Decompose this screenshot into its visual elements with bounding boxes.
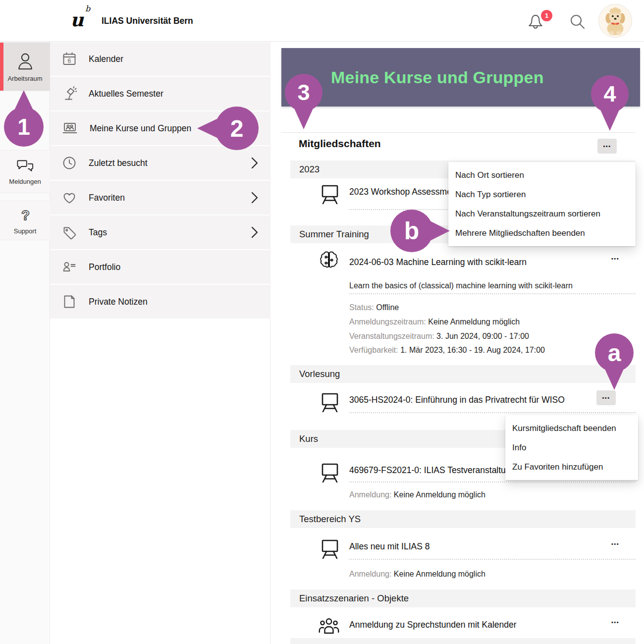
property-label: Anmeldung: — [349, 490, 391, 499]
menu-item-sort-by-type[interactable]: Nach Typ sortieren — [448, 185, 636, 204]
course-link[interactable]: Anmeldung zu Sprechstunden mit Kalender — [349, 617, 517, 632]
sidebar-item-aktuelles-semester[interactable]: Aktuelles Semester — [50, 77, 270, 110]
property-value: Keine Anmeldung möglich — [394, 570, 485, 578]
top-bar: u b ILIAS Universität Bern 1 — [0, 0, 644, 42]
ellipsis-icon: ••• — [602, 395, 610, 401]
menu-item-info[interactable]: Info — [505, 438, 638, 457]
group-header-testbereich: Testbereich YS — [290, 510, 636, 528]
sidebar-item-tags[interactable]: Tags — [50, 215, 270, 249]
property-label: Anmeldung: — [349, 570, 391, 578]
course-property: Veranstaltungszeitraum: 3. Jun 2024, 09:… — [349, 331, 529, 342]
course-property: Anmeldung: Keine Anmeldung möglich — [349, 489, 485, 500]
chat-bubbles-icon — [15, 158, 35, 175]
desk-lamp-icon — [62, 86, 77, 101]
marker-4-tail — [600, 110, 619, 131]
group-header-einsatzszenarien: Einsatzszenarien - Objekte — [290, 590, 636, 607]
group-header-vorlesung: Vorlesung — [290, 365, 636, 383]
people-group-icon — [318, 615, 340, 635]
ellipsis-icon: ••• — [603, 143, 611, 149]
chevron-right-icon — [251, 191, 259, 204]
tag-icon — [62, 225, 77, 240]
course-property: Anmeldungszeitraum: Keine Anmeldung mögl… — [349, 317, 520, 327]
row-separator — [349, 559, 636, 560]
menu-item-end-course-membership[interactable]: Kursmitgliedschaft beenden — [505, 419, 638, 438]
rail-item-label: Arbeitsraum — [7, 75, 42, 82]
rail-item-label: Meldungen — [9, 178, 41, 185]
group-header-partial — [290, 638, 636, 644]
annotation-marker-2: 2 — [215, 107, 259, 150]
course-link[interactable]: Alles neu mit ILIAS 8 — [349, 539, 429, 554]
item-actions-button[interactable]: ••• — [611, 256, 619, 262]
course-board-icon — [319, 537, 341, 560]
sidebar-item-private-notizen[interactable]: Private Notizen — [50, 285, 270, 319]
course-link[interactable]: 2023 Workshop Assessment — [349, 184, 459, 199]
sidebar-item-favoriten[interactable]: Favoriten — [50, 181, 270, 215]
chevron-right-icon — [251, 157, 259, 169]
marker-a-tail — [605, 369, 624, 390]
row-separator — [349, 412, 636, 413]
sidebar-item-label: Meine Kurse und Gruppen — [90, 123, 191, 134]
item-actions-button-open[interactable]: ••• — [596, 390, 616, 405]
course-property: Status: Offline — [349, 302, 399, 313]
user-avatar[interactable] — [598, 4, 632, 38]
page-banner: Meine Kurse und Gruppen — [281, 48, 640, 107]
sidebar-item-portfolio[interactable]: Portfolio — [50, 250, 270, 284]
university-logo: u — [70, 9, 84, 31]
annotation-marker-4: 4 — [591, 75, 629, 113]
sidebar-item-label: Zuletzt besucht — [89, 158, 148, 168]
course-property: Verfügbarkeit: 1. Mär 2023, 16:30 - 19. … — [349, 345, 545, 356]
question-mark-icon: ? — [19, 207, 32, 224]
course-actions-menu: Kursmitgliedschaft beenden Info Zu Favor… — [505, 415, 638, 480]
course-link[interactable]: 3065-HS2024-0: Einführung in das Privatr… — [349, 392, 565, 407]
marker-3-tail — [294, 108, 313, 129]
page: { "header": { "logo_u": "u", "logo_sup":… — [0, 0, 644, 644]
property-value: Keine Anmeldung möglich — [394, 490, 485, 499]
calendar-icon: 6 — [62, 52, 77, 66]
memberships-actions-button[interactable]: ••• — [597, 139, 617, 154]
item-actions-button[interactable]: ••• — [611, 541, 619, 547]
rail-item-label: Support — [14, 227, 37, 235]
person-icon — [16, 51, 35, 72]
heart-icon — [62, 190, 77, 205]
menu-item-sort-by-location[interactable]: Nach Ort sortieren — [448, 165, 636, 185]
main-content: Meine Kurse und Gruppen Mitgliedschaften… — [270, 42, 644, 644]
rail-item-support[interactable]: ? Support — [0, 201, 50, 240]
row-separator — [349, 482, 636, 483]
course-link[interactable]: 469679-FS2021-0: ILIAS Testveranstaltung — [349, 463, 515, 478]
rail-item-meldungen[interactable]: Meldungen — [0, 150, 50, 193]
notification-badge: 1 — [541, 10, 552, 21]
active-indicator-stripe — [0, 43, 3, 91]
row-separator — [349, 293, 636, 294]
item-actions-button[interactable]: ••• — [611, 619, 619, 625]
course-board-icon — [319, 182, 341, 205]
divider — [281, 132, 636, 133]
poodle-avatar-image — [599, 4, 632, 37]
page-title: Meine Kurse und Gruppen — [331, 48, 544, 107]
menu-item-end-multiple-memberships[interactable]: Mehrere Mitgliedschaften beenden — [448, 223, 636, 243]
app-title: ILIAS Universität Bern — [102, 0, 193, 42]
menu-item-add-to-favorites[interactable]: Zu Favoriten hinzufügen — [505, 457, 638, 477]
svg-text:?: ? — [21, 208, 30, 223]
property-label: Status: — [349, 303, 374, 312]
course-link[interactable]: 2024-06-03 Machine Learning with scikit-… — [349, 255, 527, 269]
sidebar-item-label: Portfolio — [89, 262, 120, 272]
property-value: Keine Anmeldung möglich — [428, 318, 520, 326]
property-value: 3. Jun 2024, 09:00 - 17:00 — [436, 332, 529, 340]
section-heading: Mitgliedschaften — [299, 138, 381, 150]
menu-item-sort-by-event-period[interactable]: Nach Veranstaltungszeitraum sortieren — [448, 204, 636, 223]
search-icon[interactable] — [569, 13, 587, 31]
course-board-icon — [319, 461, 341, 483]
property-label: Verfügbarkeit: — [349, 346, 398, 354]
courses-icon — [62, 121, 78, 135]
rail-item-arbeitsraum[interactable]: Arbeitsraum — [0, 42, 50, 91]
svg-text:6: 6 — [68, 57, 71, 64]
sidebar-item-label: Kalender — [89, 54, 123, 64]
annotation-marker-b: b — [390, 210, 433, 252]
sidebar-item-zuletzt-besucht[interactable]: Zuletzt besucht — [50, 146, 270, 180]
sidebar-item-kalender[interactable]: 6 Kalender — [50, 42, 270, 76]
sidebar-item-label: Favoriten — [89, 193, 125, 203]
chevron-right-icon — [251, 226, 259, 239]
university-logo-sup: b — [85, 4, 90, 13]
course-board-icon — [319, 390, 341, 413]
sidebar-item-label: Aktuelles Semester — [89, 89, 163, 99]
